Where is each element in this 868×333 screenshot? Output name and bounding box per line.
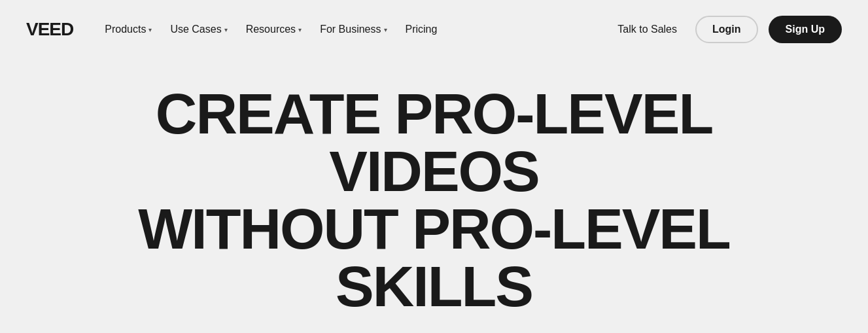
nav-right: Talk to Sales Login Sign Up — [610, 16, 842, 43]
nav-item-products[interactable]: Products ▾ — [97, 18, 160, 41]
nav-label-products: Products — [105, 24, 146, 35]
chevron-down-icon: ▾ — [298, 26, 302, 33]
nav-label-use-cases: Use Cases — [170, 24, 221, 35]
nav-left: VEED Products ▾ Use Cases ▾ Resources ▾ … — [26, 18, 445, 41]
talk-to-sales-link[interactable]: Talk to Sales — [610, 18, 685, 41]
hero-title: CREATE PRO-LEVEL VIDEOS WITHOUT PRO-LEVE… — [75, 85, 794, 315]
chevron-down-icon: ▾ — [148, 26, 152, 33]
hero-section: CREATE PRO-LEVEL VIDEOS WITHOUT PRO-LEVE… — [0, 59, 868, 333]
chevron-down-icon: ▾ — [224, 26, 228, 33]
chevron-down-icon: ▾ — [384, 26, 387, 33]
hero-title-line1: CREATE PRO-LEVEL VIDEOS — [156, 81, 712, 203]
hero-title-line2: WITHOUT PRO-LEVEL SKILLS — [138, 196, 730, 319]
nav-label-pricing: Pricing — [406, 24, 438, 35]
main-nav: VEED Products ▾ Use Cases ▾ Resources ▾ … — [0, 0, 868, 59]
signup-button[interactable]: Sign Up — [769, 16, 842, 43]
nav-links: Products ▾ Use Cases ▾ Resources ▾ For B… — [97, 18, 445, 41]
logo[interactable]: VEED — [26, 19, 73, 40]
login-button[interactable]: Login — [695, 16, 758, 43]
nav-item-for-business[interactable]: For Business ▾ — [312, 18, 394, 41]
nav-item-resources[interactable]: Resources ▾ — [238, 18, 309, 41]
nav-item-pricing[interactable]: Pricing — [398, 18, 445, 41]
nav-label-for-business: For Business — [320, 24, 381, 35]
nav-item-use-cases[interactable]: Use Cases ▾ — [162, 18, 235, 41]
nav-label-resources: Resources — [246, 24, 296, 35]
